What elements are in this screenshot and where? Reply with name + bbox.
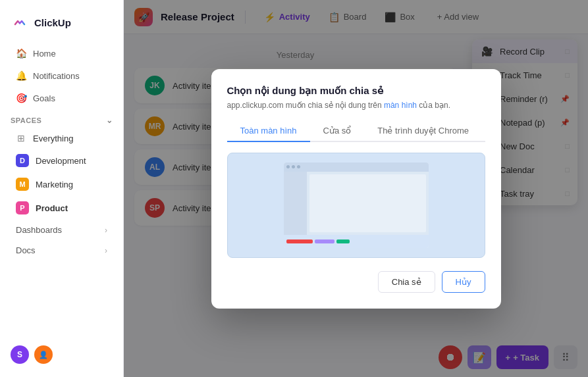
sidebar: ClickUp 🏠 Home 🔔 Notifications 🎯 Goals S…	[0, 0, 124, 377]
preview-bottom-bar	[284, 235, 429, 248]
preview-main	[309, 174, 426, 232]
preview-dot-2	[292, 165, 295, 168]
user-avatar-2[interactable]: 👤	[34, 345, 53, 364]
spaces-label: Spaces	[11, 116, 41, 124]
modal-subtitle-link[interactable]: màn hình	[384, 101, 417, 110]
modal-tab-fullscreen[interactable]: Toàn màn hình	[227, 120, 310, 142]
everything-icon: ⊞	[16, 133, 26, 143]
development-icon: D	[16, 154, 29, 167]
nav-home[interactable]: 🏠 Home	[5, 43, 118, 64]
nav-notifications-label: Notifications	[33, 71, 80, 81]
preview-bar-2	[315, 239, 334, 243]
preview-titlebar	[284, 163, 429, 172]
modal-tab-window[interactable]: Cửa sổ	[310, 120, 365, 142]
sidebar-item-product[interactable]: P Product	[5, 197, 118, 219]
spaces-chevron-icon[interactable]: ⌄	[106, 116, 113, 125]
nav-notifications[interactable]: 🔔 Notifications	[5, 65, 118, 86]
sidebar-item-product-label: Product	[36, 203, 68, 213]
sidebar-item-everything[interactable]: ⊞ Everything	[5, 128, 118, 148]
logo-text: ClickUp	[34, 17, 71, 28]
cancel-button[interactable]: Hủy	[442, 271, 485, 293]
dashboards-chevron-icon: ›	[105, 226, 107, 235]
modal-title: Chọn nội dung bạn muốn chia sẻ	[227, 85, 485, 97]
spaces-section-header: Spaces ⌄	[0, 109, 123, 128]
preview-bar-3	[336, 239, 350, 243]
dashboards-label: Dashboards	[16, 225, 62, 235]
goals-icon: 🎯	[16, 93, 26, 103]
preview-dot-3	[297, 165, 300, 168]
main-content: 🚀 Release Project ⚡ Activity 📋 Board ⬛ B…	[124, 0, 588, 377]
sidebar-dashboards[interactable]: Dashboards ›	[5, 220, 118, 239]
preview-dot-1	[286, 165, 290, 168]
marketing-icon: M	[16, 178, 29, 191]
sidebar-item-marketing-label: Marketing	[36, 180, 73, 189]
sidebar-item-development[interactable]: D Development	[5, 149, 118, 172]
sidebar-docs[interactable]: Docs ›	[5, 241, 118, 260]
sidebar-item-marketing[interactable]: M Marketing	[5, 173, 118, 195]
modal-subtitle: app.clickup.com muốn chia sẻ nội dung tr…	[227, 101, 485, 110]
modal-tab-chrome[interactable]: Thẻ trình duyệt Chrome	[364, 120, 482, 142]
docs-label: Docs	[16, 245, 36, 255]
sidebar-bottom: S 👤	[0, 340, 123, 369]
share-modal: Chọn nội dung bạn muốn chia sẻ app.click…	[211, 69, 501, 309]
modal-footer: Chia sẻ Hủy	[227, 271, 485, 293]
sidebar-item-everything-label: Everything	[33, 134, 73, 143]
screen-preview	[227, 153, 485, 258]
nav-home-label: Home	[33, 49, 56, 59]
preview-sidebar	[284, 172, 307, 235]
modal-tabs: Toàn màn hình Cửa sổ Thẻ trình duyệt Chr…	[227, 120, 485, 142]
user-avatar[interactable]: S	[11, 345, 29, 364]
share-button[interactable]: Chia sẻ	[378, 271, 435, 293]
product-icon: P	[16, 201, 29, 214]
nav-goals[interactable]: 🎯 Goals	[5, 88, 118, 109]
preview-content	[284, 172, 429, 235]
logo-icon	[11, 13, 29, 32]
modal-overlay[interactable]: Chọn nội dung bạn muốn chia sẻ app.click…	[124, 0, 588, 377]
logo: ClickUp	[0, 8, 123, 42]
sidebar-item-development-label: Development	[36, 156, 86, 166]
docs-chevron-icon: ›	[105, 246, 107, 255]
preview-bar-1	[286, 239, 313, 243]
home-icon: 🏠	[16, 48, 26, 59]
nav-goals-label: Goals	[33, 93, 55, 103]
bell-icon: 🔔	[16, 70, 26, 81]
preview-window	[284, 163, 429, 248]
